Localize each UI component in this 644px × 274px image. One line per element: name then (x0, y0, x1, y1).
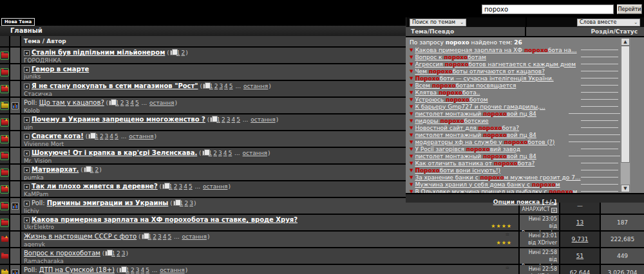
last-page-link[interactable]: остання (129, 133, 153, 140)
go-to-unread-icon[interactable]: ✕ (24, 84, 30, 89)
scrollbar-thumb[interactable] (621, 46, 630, 163)
search-result-link[interactable]: Новостной сайт для порохобота? (415, 125, 519, 131)
topic-title-link[interactable]: Матриархат. (32, 166, 79, 173)
word-mode-select[interactable]: Слова вместе ⌄ (577, 19, 640, 26)
last-page-link[interactable]: остання (182, 233, 207, 240)
replies-count-link[interactable]: 62,644 (570, 269, 591, 274)
search-result-link[interactable]: Мужчина хранил у себя дома банку с порох… (415, 181, 560, 188)
search-result-link[interactable]: пистолет монтажный пороховой пц 84 (415, 132, 536, 138)
topic-title-link[interactable]: Я не стану покупать в сети магазинов "Ро… (32, 82, 198, 89)
results-scrollbar[interactable]: ▲ ▼ (620, 37, 630, 193)
page-link[interactable]: 2 (120, 100, 124, 106)
search-result-link[interactable]: Чем порохоботы отличаются от кацапов? (415, 68, 545, 75)
replies-count-link[interactable]: 13 (576, 219, 583, 226)
page-link[interactable]: 2 (181, 50, 185, 56)
go-to-unread-icon[interactable]: ✕ (24, 201, 30, 206)
page-link[interactable]: 2 (153, 233, 156, 240)
page-link[interactable]: 3 (227, 116, 231, 123)
last-page-link[interactable]: остання (160, 267, 184, 273)
go-to-unread-icon[interactable]: ✕ (24, 151, 30, 156)
search-result-link[interactable]: Как отличить ватника от порохобота? (415, 160, 535, 167)
search-result-link[interactable]: Какова примерная зарплата на ХФ порохобо… (415, 47, 576, 53)
go-to-unread-icon[interactable]: ✕ (24, 117, 30, 123)
page-link[interactable]: 4 (224, 83, 228, 89)
topic-title-link[interactable]: Жизнь в настоящем СССР с фото (24, 233, 137, 240)
page-link[interactable]: 4 (231, 116, 235, 123)
page-link[interactable]: 3 (189, 200, 193, 206)
page-link[interactable]: 4 (109, 133, 113, 140)
sort-by-topic-link[interactable]: Тема (24, 38, 41, 44)
page-link[interactable]: 2 (214, 83, 218, 89)
search-result-link[interactable]: Агрессия порохоботов нагнетается с кажды… (415, 61, 576, 68)
page-link[interactable]: 3 (158, 233, 162, 240)
sort-by-author-link[interactable]: Автор (46, 38, 66, 44)
go-to-unread-icon[interactable]: ✕ (24, 67, 30, 73)
page-link[interactable]: 5 (189, 183, 193, 190)
search-scope-select[interactable]: Поиск по темам ⌄ (410, 19, 466, 26)
topic-title-link[interactable]: Почему в Украине запрещено многоженство … (32, 116, 205, 123)
page-link[interactable]: 5 (229, 83, 233, 89)
go-to-unread-icon[interactable]: ✕ (24, 134, 30, 140)
go-to-unread-icon[interactable]: ✕ (24, 167, 30, 173)
topic-title-link[interactable]: Гемор в смарте (32, 66, 89, 73)
page-link[interactable]: 2 (131, 267, 135, 273)
page-link[interactable]: 5 (167, 233, 171, 240)
search-result-link[interactable]: К барьеру Gmp727 и прочие гамадрилы,... (415, 104, 545, 110)
search-result-link[interactable]: модераторы хф на службе у порохоботов (?… (415, 139, 554, 145)
page-link[interactable]: 3 (126, 100, 129, 106)
replies-count-link[interactable]: 9,731 (572, 236, 589, 242)
topic-title-link[interactable]: Шокуюче! От і крапка в кар'єрі Зелєнскав… (32, 149, 197, 156)
page-link[interactable]: 3 (122, 250, 126, 257)
page-link[interactable]: 4 (223, 150, 227, 156)
jump-to-last-post-icon[interactable]: » (551, 208, 557, 213)
search-result-link[interactable]: пистолет монтажный пороховой пц 84 (415, 153, 536, 160)
search-result-link[interactable]: У Росії загорівся пороховий завод (415, 146, 520, 152)
go-to-unread-icon[interactable]: ✕ (24, 217, 30, 223)
search-result-link[interactable]: За хранение банки с порохом мужчине гроз… (415, 174, 580, 181)
page-link[interactable]: 5 (229, 150, 232, 156)
page-link[interactable]: 4 (184, 183, 187, 190)
search-result-link[interactable]: пистолет монтажный пороховой пц 84 (415, 111, 536, 117)
search-result-link[interactable]: Клятва порохобота.. (415, 89, 480, 96)
search-go-button[interactable]: Перейти (617, 5, 642, 14)
last-page-link[interactable]: остання (251, 116, 275, 123)
page-link[interactable]: 3 (136, 267, 140, 273)
page-link[interactable]: 2 (95, 167, 99, 173)
topic-title-link[interactable]: Какова примерная зарплата на ХФ порохобо… (32, 216, 298, 223)
page-link[interactable]: 5 (115, 133, 118, 140)
topic-title-link[interactable]: Сталін був підпільним мільйонером (32, 49, 165, 56)
topic-title-link[interactable]: Що там у кацапов? (39, 99, 104, 106)
last-page-link[interactable]: остання (149, 100, 174, 106)
page-link[interactable]: 2 (184, 200, 188, 206)
last-page-link[interactable]: остання (203, 183, 227, 190)
page-link[interactable]: 5 (135, 100, 139, 106)
topic-title-link[interactable]: Причины эмиграции из Украины (47, 199, 169, 206)
replies-count-link[interactable]: 51 (576, 253, 583, 259)
page-link[interactable]: 2 (117, 250, 120, 257)
page-link[interactable]: 4 (130, 100, 134, 106)
scroll-up-button[interactable]: ▲ (621, 38, 630, 46)
topic-title-link[interactable]: Так ли плохо живется в деревне? (32, 183, 158, 190)
page-link[interactable]: 2 (100, 133, 104, 140)
page-link[interactable]: 5 (146, 267, 149, 273)
topic-title-link[interactable]: ДТП на Сумской (18+) (39, 266, 115, 273)
page-link[interactable]: 3 (219, 83, 223, 89)
page-link[interactable]: 3 (179, 183, 183, 190)
page-link[interactable]: 4 (140, 267, 144, 273)
page-link[interactable]: 2 (222, 116, 225, 123)
search-result-link[interactable]: Вопрос к порохоботам (415, 54, 486, 60)
search-result-link[interactable]: Устроюсь порохоботом (415, 96, 488, 103)
page-link[interactable]: 4 (163, 233, 167, 240)
search-options-link[interactable]: Опции поиска [+/-] (493, 199, 556, 205)
search-result-link[interactable]: Порохоботи — сучасна інтелігенція Україн… (415, 75, 553, 82)
search-result-link[interactable]: пидоры порохоботские (415, 118, 488, 124)
search-result-link[interactable]: Всем порохоботам посвящается (415, 82, 516, 89)
go-to-unread-icon[interactable]: ✕ (24, 50, 30, 56)
scroll-down-button[interactable]: ▼ (621, 185, 630, 192)
topic-title-link[interactable]: Спасите кота! (32, 132, 84, 140)
page-link[interactable]: 3 (218, 150, 222, 156)
search-input[interactable] (482, 5, 614, 14)
search-result-link[interactable]: Порохоботи вони існують!) (415, 167, 500, 174)
page-link[interactable]: 3 (105, 133, 109, 140)
go-to-unread-icon[interactable]: ✕ (24, 184, 30, 190)
